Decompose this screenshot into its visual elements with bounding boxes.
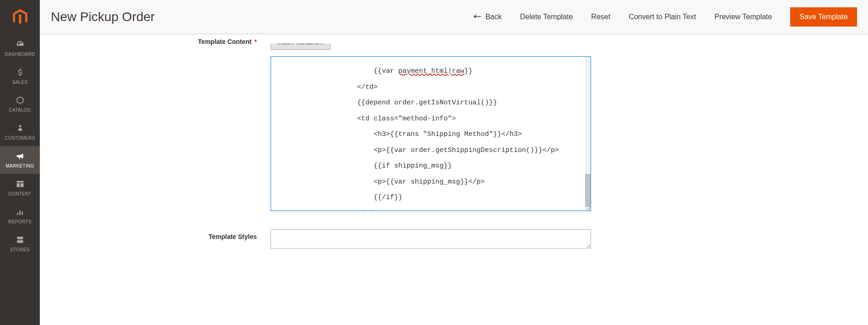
- back-arrow-icon: [473, 13, 482, 21]
- sidebar-item-sales[interactable]: SALES: [0, 62, 40, 90]
- sidebar-item-label: CONTENT: [8, 191, 31, 196]
- content: Template Content* Insert Variable... {{v…: [40, 34, 868, 282]
- gauge-icon: [16, 40, 25, 50]
- sidebar-item-label: CUSTOMERS: [5, 135, 35, 141]
- template-content-label: Template Content*: [51, 34, 271, 211]
- layout-icon: [16, 179, 25, 190]
- scrollbar[interactable]: [585, 57, 591, 211]
- scrollbar-thumb[interactable]: [585, 174, 591, 207]
- sidebar-item-customers[interactable]: CUSTOMERS: [0, 118, 40, 146]
- header: New Pickup Order Back Delete Template Re…: [40, 0, 868, 34]
- template-styles-textarea[interactable]: [271, 229, 591, 249]
- sidebar-item-marketing[interactable]: MARKETING: [0, 146, 40, 174]
- sidebar-item-stores[interactable]: STORES: [0, 230, 40, 258]
- megaphone-icon: [16, 152, 25, 162]
- sidebar-item-label: DASHBOARD: [5, 52, 35, 57]
- sidebar: DASHBOARD SALES CATALOG CUSTOMERS MARKET…: [0, 0, 40, 282]
- header-actions: Back Delete Template Reset Convert to Pl…: [473, 7, 857, 27]
- sidebar-item-label: STORES: [10, 247, 30, 252]
- insert-variable-button[interactable]: Insert Variable...: [271, 34, 331, 50]
- box-icon: [16, 96, 25, 106]
- stores-icon: [16, 235, 25, 245]
- svg-point-0: [19, 125, 21, 127]
- page-title: New Pickup Order: [51, 10, 155, 24]
- required-indicator: *: [255, 38, 257, 45]
- sidebar-item-label: REPORTS: [8, 219, 31, 224]
- sidebar-item-reports[interactable]: REPORTS: [0, 202, 40, 230]
- sidebar-item-dashboard[interactable]: DASHBOARD: [0, 34, 40, 62]
- back-button[interactable]: Back: [473, 13, 502, 21]
- dollar-icon: [16, 68, 25, 78]
- magento-logo-icon: [13, 9, 27, 26]
- sidebar-item-label: SALES: [12, 80, 28, 85]
- sidebar-item-catalog[interactable]: CATALOG: [0, 90, 40, 118]
- convert-plain-text-button[interactable]: Convert to Plain Text: [629, 13, 696, 21]
- main: New Pickup Order Back Delete Template Re…: [40, 0, 868, 282]
- template-styles-field: [271, 229, 591, 250]
- bars-icon: [16, 207, 25, 217]
- delete-template-button[interactable]: Delete Template: [520, 13, 573, 21]
- sidebar-logo[interactable]: [0, 0, 40, 34]
- template-content-row: Template Content* Insert Variable... {{v…: [51, 34, 857, 211]
- person-icon: [16, 124, 25, 134]
- sidebar-item-label: MARKETING: [5, 163, 34, 168]
- sidebar-item-label: CATALOG: [9, 108, 31, 113]
- template-styles-row: Template Styles: [51, 229, 857, 250]
- save-template-button[interactable]: Save Template: [790, 7, 857, 27]
- reset-button[interactable]: Reset: [591, 13, 610, 21]
- template-content-textarea[interactable]: {{var payment_html|raw}} </td> {{depend …: [271, 56, 591, 211]
- preview-template-button[interactable]: Preview Template: [714, 13, 772, 21]
- template-styles-label: Template Styles: [51, 229, 271, 250]
- template-content-field: Insert Variable... {{var payment_html|ra…: [271, 34, 591, 211]
- sidebar-item-content[interactable]: CONTENT: [0, 174, 40, 202]
